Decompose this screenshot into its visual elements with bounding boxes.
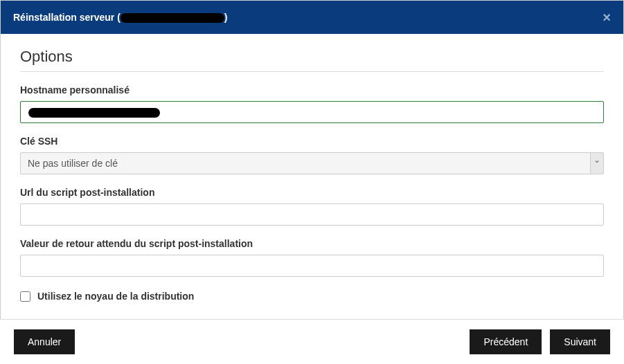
section-title: Options — [20, 48, 604, 72]
close-icon[interactable]: × — [603, 10, 611, 24]
ssh-key-select[interactable]: Ne pas utiliser de clé — [20, 152, 604, 174]
hostname-group: Hostname personnalisé — [20, 84, 604, 123]
post-install-return-group: Valeur de retour attendu du script post-… — [20, 238, 604, 277]
next-button[interactable]: Suivant — [550, 329, 610, 354]
ssh-key-group: Clé SSH Ne pas utiliser de clé — [20, 136, 604, 174]
use-kernel-group: Utilisez le noyau de la distribution — [20, 291, 604, 302]
modal-body: Options Hostname personnalisé Clé SSH Ne… — [1, 34, 623, 316]
use-kernel-checkbox[interactable] — [20, 291, 30, 302]
redacted-hostname-value — [28, 108, 160, 118]
post-install-return-label: Valeur de retour attendu du script post-… — [20, 238, 604, 249]
previous-button[interactable]: Précédent — [470, 329, 542, 354]
title-prefix: Réinstallation serveur ( — [13, 12, 121, 23]
ssh-key-label: Clé SSH — [20, 136, 604, 147]
post-install-return-input[interactable] — [20, 255, 604, 277]
hostname-label: Hostname personnalisé — [20, 84, 604, 95]
ssh-key-select-wrapper: Ne pas utiliser de clé — [20, 152, 604, 174]
post-install-url-group: Url du script post-installation — [20, 187, 604, 226]
title-suffix: ) — [224, 12, 228, 23]
post-install-url-input[interactable] — [20, 203, 604, 226]
modal-title: Réinstallation serveur () — [13, 12, 228, 23]
post-install-url-label: Url du script post-installation — [20, 187, 604, 198]
modal-footer: Annuler Précédent Suivant — [0, 319, 624, 364]
cancel-button[interactable]: Annuler — [14, 329, 75, 354]
modal-header: Réinstallation serveur () × — [1, 1, 623, 34]
footer-right: Précédent Suivant — [470, 329, 610, 354]
redacted-server-name — [121, 13, 224, 23]
use-kernel-label: Utilisez le noyau de la distribution — [37, 291, 194, 302]
